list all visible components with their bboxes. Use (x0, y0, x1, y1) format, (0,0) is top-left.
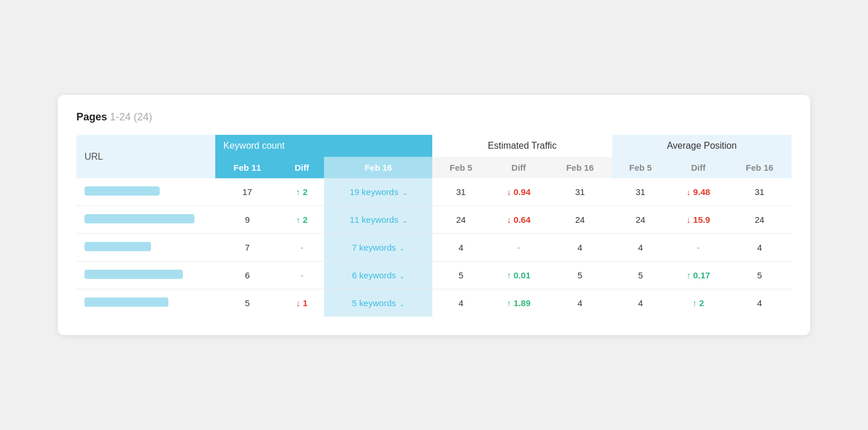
kw-new-link[interactable]: 11 keywords ⌄ (350, 215, 407, 225)
kw-new-link[interactable]: 7 keywords ⌄ (352, 242, 404, 252)
traffic-diff: ↑ 1.89 (490, 289, 548, 317)
kw-diff: ↓ 1 (279, 289, 325, 317)
col-traffic-feb16: Feb 16 (548, 157, 612, 178)
chevron-down-icon: ⌄ (402, 189, 407, 196)
position-new: 31 (727, 178, 792, 206)
kw-diff: ↑ 2 (279, 206, 325, 234)
position-new: 4 (727, 234, 792, 262)
position-old: 4 (612, 289, 670, 317)
col-traffic-diff: Diff (490, 157, 548, 178)
traffic-old: 31 (432, 178, 490, 206)
traffic-diff-up: ↑ 1.89 (507, 298, 531, 308)
diff-up-icon: ↑ 2 (296, 215, 308, 225)
chevron-down-icon: ⌄ (399, 300, 404, 307)
kw-new[interactable]: 19 keywords ⌄ (324, 178, 432, 206)
url-cell (76, 206, 215, 234)
position-diff: ↓ 15.9 (669, 206, 727, 234)
pos-diff-up: ↑ 0.17 (686, 270, 710, 280)
position-old: 31 (612, 178, 670, 206)
pos-diff-neutral: - (697, 242, 700, 252)
traffic-new: 4 (548, 289, 612, 317)
col-kw-diff: Diff (279, 157, 325, 178)
position-diff: - (669, 234, 727, 262)
col-keyword-group-header: Keyword count (215, 135, 432, 157)
position-old: 24 (612, 206, 670, 234)
traffic-diff: ↑ 0.01 (490, 262, 548, 289)
url-cell (76, 262, 215, 289)
position-diff: ↑ 2 (669, 289, 727, 317)
url-cell (76, 234, 215, 262)
position-new: 5 (727, 262, 792, 289)
traffic-old: 24 (432, 206, 490, 234)
kw-new[interactable]: 5 keywords ⌄ (324, 289, 432, 317)
traffic-new: 4 (548, 234, 612, 262)
title-range: 1-24 (110, 111, 134, 123)
col-position-group-header: Average Position (612, 135, 792, 157)
traffic-diff: ↓ 0.94 (490, 178, 548, 206)
chevron-down-icon: ⌄ (399, 245, 404, 252)
kw-new-link[interactable]: 5 keywords ⌄ (352, 298, 404, 308)
title-count: (24) (134, 111, 152, 123)
position-new: 24 (727, 206, 792, 234)
data-table: URL Keyword count Estimated Traffic Aver… (76, 135, 792, 317)
traffic-old: 5 (432, 262, 490, 289)
kw-old: 17 (215, 178, 279, 206)
pos-diff-down: ↓ 15.9 (686, 215, 710, 225)
diff-down-icon: ↓ 1 (296, 298, 308, 308)
kw-diff: - (279, 262, 325, 289)
main-card: Pages 1-24 (24) URL Keyword count Estima… (58, 95, 810, 335)
kw-new[interactable]: 6 keywords ⌄ (324, 262, 432, 289)
url-cell (76, 289, 215, 317)
col-traffic-feb5: Feb 5 (432, 157, 490, 178)
table-row: 9↑ 211 keywords ⌄24↓ 0.642424↓ 15.924 (76, 206, 792, 234)
traffic-new: 31 (548, 178, 612, 206)
url-bar (84, 214, 194, 223)
url-bar (84, 270, 183, 279)
kw-old: 9 (215, 206, 279, 234)
traffic-new: 5 (548, 262, 612, 289)
table-row: 6-6 keywords ⌄5↑ 0.0155↑ 0.175 (76, 262, 792, 289)
pos-diff-down: ↓ 9.48 (686, 187, 710, 197)
kw-new-link[interactable]: 6 keywords ⌄ (352, 270, 404, 280)
pos-diff-up: ↑ 2 (693, 298, 704, 308)
kw-diff: - (279, 234, 325, 262)
kw-new[interactable]: 7 keywords ⌄ (324, 234, 432, 262)
url-bar (84, 242, 151, 251)
traffic-diff: - (490, 234, 548, 262)
col-pos-diff: Diff (669, 157, 727, 178)
col-kw-feb11: Feb 11 (215, 157, 279, 178)
position-diff: ↓ 9.48 (669, 178, 727, 206)
traffic-diff-neutral: - (517, 242, 520, 252)
kw-new-link[interactable]: 19 keywords ⌄ (350, 187, 407, 197)
position-diff: ↑ 0.17 (669, 262, 727, 289)
diff-neutral: - (300, 270, 303, 280)
table-row: 5↓ 15 keywords ⌄4↑ 1.8944↑ 24 (76, 289, 792, 317)
kw-old: 5 (215, 289, 279, 317)
url-bar (84, 297, 168, 307)
diff-neutral: - (300, 242, 303, 252)
kw-new[interactable]: 11 keywords ⌄ (324, 206, 432, 234)
url-cell (76, 178, 215, 206)
chevron-down-icon: ⌄ (402, 217, 407, 224)
position-old: 5 (612, 262, 670, 289)
title-label: Pages (76, 111, 107, 123)
table-row: 7-7 keywords ⌄4-44-4 (76, 234, 792, 262)
chevron-down-icon: ⌄ (399, 273, 404, 280)
table-body: 17↑ 219 keywords ⌄31↓ 0.943131↓ 9.48319↑… (76, 178, 792, 317)
col-url-header: URL (76, 135, 215, 178)
kw-old: 7 (215, 234, 279, 262)
position-old: 4 (612, 234, 670, 262)
traffic-old: 4 (432, 234, 490, 262)
position-new: 4 (727, 289, 792, 317)
traffic-diff-down: ↓ 0.94 (507, 187, 531, 197)
col-pos-feb16: Feb 16 (727, 157, 792, 178)
traffic-diff: ↓ 0.64 (490, 206, 548, 234)
page-title: Pages 1-24 (24) (76, 111, 792, 123)
header-row-1: URL Keyword count Estimated Traffic Aver… (76, 135, 792, 157)
table-row: 17↑ 219 keywords ⌄31↓ 0.943131↓ 9.4831 (76, 178, 792, 206)
kw-diff: ↑ 2 (279, 178, 325, 206)
traffic-new: 24 (548, 206, 612, 234)
url-bar (84, 186, 160, 196)
kw-old: 6 (215, 262, 279, 289)
traffic-diff-up: ↑ 0.01 (507, 270, 531, 280)
